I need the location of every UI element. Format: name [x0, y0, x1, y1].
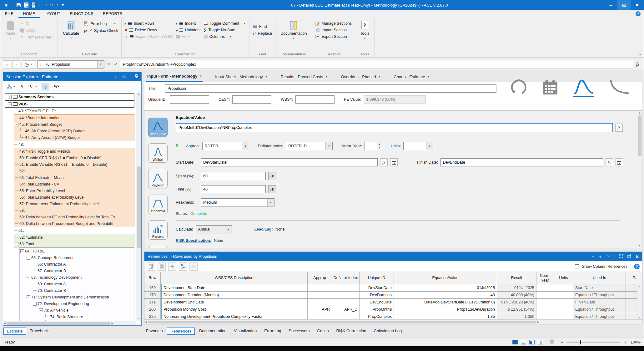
- minimize-button[interactable]: ─: [604, 0, 617, 10]
- tree-node[interactable]: 54: Total Estimate - CV: [14, 181, 134, 187]
- error-log-button[interactable]: Error Log▼: [84, 21, 118, 26]
- tree-node[interactable]: −68: Technology Development: [20, 274, 134, 281]
- tab-input-form-methodology[interactable]: Input Form - Methodology▼: [146, 72, 203, 82]
- tree-vertical-scrollbar[interactable]: ▲▼: [136, 92, 141, 321]
- tree-node[interactable]: 61:: [5, 227, 141, 234]
- expand-icon[interactable]: +: [8, 95, 12, 99]
- bottom-tab-successors[interactable]: Successors: [285, 328, 313, 335]
- tree-node[interactable]: 49: *RI$K Toggle and Metrics: [14, 148, 134, 155]
- zoom-out-icon[interactable]: −: [561, 339, 563, 345]
- tree-node[interactable]: 55: Enter Probability Level: [14, 187, 134, 194]
- tree-node[interactable]: 75: Navigation/Guidance: [20, 320, 134, 321]
- collapse-icon[interactable]: −: [591, 254, 594, 259]
- tree-node[interactable]: 43: *EXAMPLE FILE*: [5, 108, 141, 114]
- manage-sections-button[interactable]: Manage Sections: [315, 21, 352, 26]
- tree-node[interactable]: −WBS: [5, 100, 134, 108]
- tree-node[interactable]: 52:: [14, 168, 134, 174]
- export-document-icon[interactable]: [32, 3, 36, 8]
- finish-date-input[interactable]: [440, 158, 603, 166]
- chevron-down-icon[interactable]: ▼: [97, 61, 104, 68]
- bottom-tab-favorites[interactable]: Favorites: [143, 328, 166, 335]
- bottom-tab-error-log[interactable]: Error Log: [261, 328, 284, 335]
- finish-date-calendar-icon[interactable]: [616, 158, 623, 166]
- column-header-wbs-ces-description[interactable]: WBS/CES Description: [161, 272, 308, 284]
- tree-node[interactable]: −65: Concept Refinement: [20, 254, 134, 261]
- row-selector-combo[interactable]: ☆ 76: Propulsion ▼: [37, 60, 104, 69]
- start-date-calendar-icon[interactable]: [390, 158, 398, 166]
- menu-functions[interactable]: FUNCTIONS: [65, 10, 98, 18]
- title-input[interactable]: [165, 84, 496, 93]
- start-date-input[interactable]: [201, 158, 378, 166]
- tree-node[interactable]: 46: Air Force Aircraft (APR) Budget: [14, 128, 134, 134]
- distribution-curve-icon[interactable]: [573, 79, 594, 97]
- table-row[interactable]: 170Development Duration (Months)DevDurat…: [144, 292, 642, 299]
- tools-filter-icon[interactable]: ▼: [28, 84, 38, 89]
- risk-specification-link[interactable]: RI$K Specification:: [176, 238, 211, 243]
- toggle-no-sum-button[interactable]: ∑Toggle No-Sum: [204, 28, 246, 32]
- layout-left-icon[interactable]: [529, 340, 535, 344]
- table-vertical-scrollbar[interactable]: ▲▼: [637, 284, 642, 319]
- tree-node[interactable]: 51: Enable Variable RI$K (1 = Enable, 0 …: [14, 161, 134, 168]
- equation-cer-icon[interactable]: a·x+b: [509, 78, 527, 97]
- tree-node[interactable]: 59: Delta between PE and Probability Lev…: [14, 214, 134, 220]
- nav-back-button[interactable]: ‹: [3, 60, 11, 69]
- table-horizontal-scrollbar[interactable]: ◀▶: [144, 319, 642, 324]
- bottom-tab-references[interactable]: References: [167, 328, 194, 335]
- expand-icon[interactable]: ＋: [598, 254, 602, 259]
- norm-year-spinner[interactable]: ▲▼: [365, 142, 382, 150]
- close-button[interactable]: ✖: [631, 0, 644, 10]
- restore-button[interactable]: [617, 0, 631, 10]
- ces-input[interactable]: [232, 95, 271, 104]
- spent-id-button[interactable]: ID: [268, 172, 276, 180]
- column-header-result[interactable]: Result: [497, 272, 536, 284]
- maximize-panel-icon[interactable]: [619, 254, 623, 259]
- approp-dropdown[interactable]: RDTER▼: [202, 142, 249, 150]
- tree-node[interactable]: 50: Enable CER RI$K (1 = Enable, 0 = Dis…: [14, 155, 134, 161]
- column-header-equation-value[interactable]: Equation/Value: [394, 272, 497, 284]
- export-section-button[interactable]: Export Section: [315, 34, 352, 39]
- menu-reports[interactable]: REPORTS: [98, 10, 127, 18]
- collapse-all-icon[interactable]: −: [107, 74, 109, 79]
- tree-node[interactable]: 66: Contractor A: [20, 261, 134, 267]
- curve-button-percent[interactable]: %Percent: [148, 220, 168, 240]
- collapse-icon[interactable]: −: [27, 256, 30, 260]
- calculator-icon[interactable]: [24, 3, 28, 8]
- deflator-dropdown[interactable]: RDTER_D▼: [286, 142, 333, 150]
- pin-icon[interactable]: [135, 74, 138, 79]
- collapse-icon[interactable]: −: [15, 242, 18, 246]
- column-header-deflator-index[interactable]: Deflator Index: [332, 272, 360, 284]
- peakness-dropdown[interactable]: Medium▼: [201, 198, 274, 206]
- curve-button-beta[interactable]: Beta Curve: [148, 118, 168, 137]
- collapse-icon[interactable]: −: [39, 308, 43, 312]
- time-id-button[interactable]: ID: [268, 185, 276, 193]
- find-button[interactable]: Find: [253, 24, 272, 29]
- tree-node[interactable]: 58:: [14, 207, 134, 214]
- fx-icon[interactable]: fx: [634, 62, 641, 67]
- collapse-icon[interactable]: −: [8, 102, 12, 106]
- panel-tab-traceback[interactable]: Traceback: [27, 328, 52, 335]
- indent-button[interactable]: ▸Indent: [176, 21, 201, 26]
- time-input[interactable]: [201, 185, 266, 193]
- equation-input[interactable]: [176, 123, 613, 132]
- tree-node[interactable]: 56: Total Estimate at Probability Level: [14, 194, 134, 201]
- column-header-units[interactable]: Units: [554, 272, 573, 284]
- edit-table-icon[interactable]: [147, 262, 155, 271]
- finish-date-fx-icon[interactable]: fx: [606, 158, 613, 166]
- tree-node[interactable]: 70: Contractor B: [20, 287, 134, 294]
- tree-node[interactable]: 53: Total Estimate - Mean: [14, 174, 134, 181]
- column-header-pa[interactable]: Pa: [626, 272, 642, 284]
- bottom-tab-cases[interactable]: Cases: [314, 328, 332, 335]
- layout-right-icon[interactable]: [538, 340, 543, 344]
- calculate-button[interactable]: Calculate▼: [61, 20, 81, 40]
- close-panel-icon[interactable]: ✖: [636, 254, 639, 259]
- save-icon[interactable]: [16, 3, 21, 8]
- tree-node[interactable]: 74: Basic Structure: [20, 313, 134, 320]
- tab-results-phased-costs[interactable]: Results - Phased Costs▼: [279, 72, 329, 82]
- tree-node[interactable]: 44: *Budget Information: [14, 114, 134, 121]
- column-header-approp[interactable]: Approp: [308, 272, 332, 284]
- ribbon-collapse-icon[interactable]: ∧: [639, 53, 641, 56]
- import-section-button[interactable]: Import Section: [315, 28, 352, 32]
- hierarchy-view-icon[interactable]: ▼: [7, 84, 16, 89]
- column-header-norm-year[interactable]: Norm. Year: [536, 272, 554, 284]
- tree-node[interactable]: −71: System Development and Demonstratio…: [20, 294, 134, 300]
